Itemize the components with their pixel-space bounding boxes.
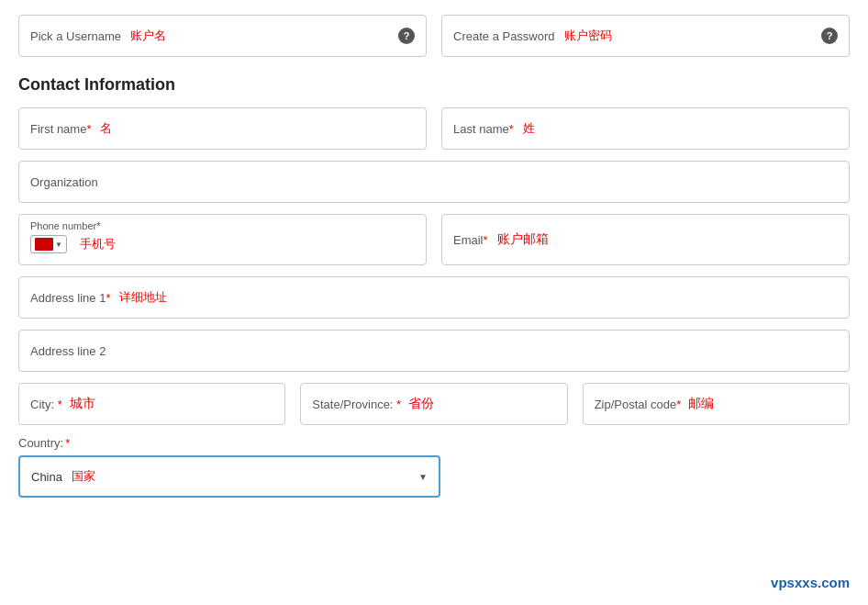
last-name-field[interactable]: Last name* 姓 bbox=[441, 107, 850, 150]
city-state-zip-row: City: * 城市 State/Province: * 省份 Zip/Post… bbox=[18, 383, 850, 425]
name-row: First name* 名 Last name* 姓 bbox=[18, 107, 850, 150]
country-chinese: 国家 bbox=[72, 468, 95, 485]
state-chinese: 省份 bbox=[408, 396, 434, 412]
zip-label: Zip/Postal code* bbox=[595, 398, 682, 411]
top-credentials-row: Pick a Username 账户名 ? Create a Password … bbox=[18, 15, 850, 57]
first-name-label: First name* bbox=[30, 122, 91, 136]
address2-field[interactable]: Address line 2 bbox=[18, 330, 850, 372]
city-chinese: 城市 bbox=[70, 396, 95, 412]
email-field[interactable]: Email* 账户邮箱 bbox=[441, 214, 850, 265]
flag-dropdown-arrow: ▼ bbox=[55, 241, 62, 249]
country-section: Country: * China 国家 ▼ bbox=[18, 436, 850, 498]
last-name-chinese: 姓 bbox=[523, 120, 535, 137]
address1-chinese: 详细地址 bbox=[119, 289, 167, 306]
phone-field[interactable]: Phone number* ▼ 手机号 bbox=[18, 214, 427, 265]
state-field[interactable]: State/Province: * 省份 bbox=[300, 383, 567, 425]
password-chinese: 账户密码 bbox=[564, 28, 612, 44]
password-field[interactable]: Create a Password 账户密码 ? bbox=[441, 15, 850, 57]
address2-label: Address line 2 bbox=[30, 344, 106, 358]
username-field[interactable]: Pick a Username 账户名 ? bbox=[18, 15, 427, 57]
country-select[interactable]: China 国家 ▼ bbox=[18, 455, 440, 498]
first-name-field[interactable]: First name* 名 bbox=[18, 107, 427, 150]
zip-chinese: 邮编 bbox=[688, 396, 714, 412]
country-label: Country: bbox=[18, 436, 63, 450]
username-help-icon[interactable]: ? bbox=[398, 28, 415, 44]
city-label: City: * bbox=[30, 398, 62, 411]
username-label: Pick a Username bbox=[30, 29, 121, 43]
country-flag-selector[interactable]: ▼ bbox=[30, 235, 67, 253]
organization-label: Organization bbox=[30, 175, 98, 189]
address1-field[interactable]: Address line 1* 详细地址 bbox=[18, 276, 850, 319]
country-label-row: Country: * bbox=[18, 436, 850, 450]
phone-label: Phone number* bbox=[30, 220, 415, 231]
state-label: State/Province: * bbox=[312, 398, 401, 411]
phone-email-row: Phone number* ▼ 手机号 Email* 账户邮箱 bbox=[18, 214, 850, 265]
contact-section-title: Contact Information bbox=[18, 75, 850, 95]
watermark: vpsxxs.com bbox=[771, 575, 850, 590]
first-name-chinese: 名 bbox=[100, 120, 112, 137]
country-required-star: * bbox=[65, 436, 70, 450]
email-label: Email* bbox=[453, 233, 488, 247]
username-chinese: 账户名 bbox=[130, 28, 166, 44]
phone-inner: ▼ 手机号 bbox=[30, 235, 415, 253]
zip-field[interactable]: Zip/Postal code* 邮编 bbox=[583, 383, 850, 425]
city-field[interactable]: City: * 城市 bbox=[18, 383, 285, 425]
country-dropdown-arrow: ▼ bbox=[418, 472, 428, 482]
country-value: China bbox=[31, 470, 62, 484]
last-name-label: Last name* bbox=[453, 122, 514, 136]
flag-icon bbox=[35, 238, 53, 251]
contact-section: Contact Information First name* 名 Last n… bbox=[18, 75, 850, 498]
password-help-icon[interactable]: ? bbox=[821, 28, 838, 44]
organization-field[interactable]: Organization bbox=[18, 161, 850, 203]
email-chinese: 账户邮箱 bbox=[497, 231, 549, 248]
phone-chinese: 手机号 bbox=[80, 236, 116, 252]
address1-label: Address line 1* bbox=[30, 291, 110, 305]
password-label: Create a Password bbox=[453, 29, 555, 43]
